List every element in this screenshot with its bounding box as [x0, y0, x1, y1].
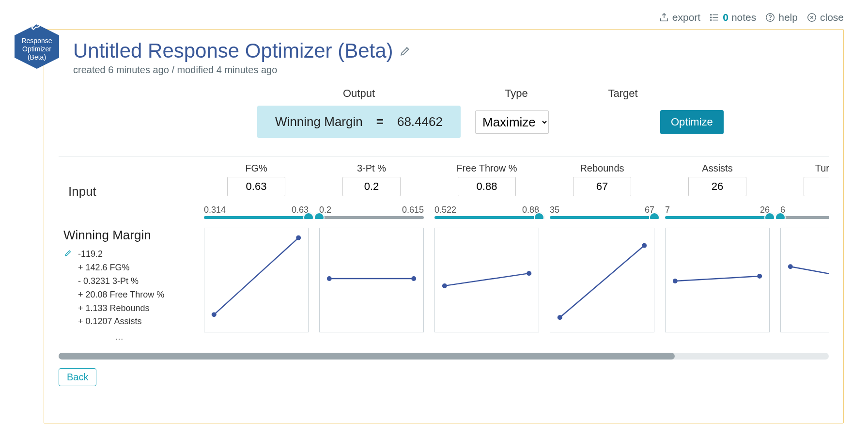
slider-track[interactable] — [319, 216, 424, 219]
back-button[interactable]: Back — [59, 368, 96, 386]
svg-line-21 — [790, 266, 829, 282]
input-value-field[interactable] — [227, 177, 285, 196]
formula-title: Winning Margin — [63, 228, 204, 243]
export-icon — [659, 12, 669, 23]
input-column: Assists726 — [665, 163, 770, 219]
output-equals: = — [376, 114, 384, 129]
module-badge: Response Optimizer (Beta) — [15, 19, 59, 69]
input-column: Free Throw %0.5220.88 — [434, 163, 539, 219]
slider-track[interactable] — [434, 216, 539, 219]
page-title: Untitled Response Optimizer (Beta) — [73, 39, 393, 63]
svg-point-22 — [788, 264, 793, 269]
main-panel: Untitled Response Optimizer (Beta) creat… — [44, 29, 844, 423]
svg-line-12 — [445, 273, 529, 286]
svg-point-20 — [757, 274, 762, 279]
svg-point-8 — [296, 235, 301, 240]
scrollbar-thumb[interactable] — [59, 353, 675, 360]
slider-track[interactable] — [665, 216, 770, 219]
notes-button[interactable]: 0 notes — [709, 12, 756, 23]
slider-min-label: 0.522 — [434, 205, 456, 215]
slider-thumb[interactable] — [534, 212, 544, 219]
svg-point-17 — [642, 243, 647, 248]
slider-min-label: 0.314 — [204, 205, 226, 215]
mini-chart — [780, 228, 829, 332]
input-name: FG% — [245, 163, 267, 174]
edit-title-icon[interactable] — [399, 45, 412, 57]
formula-ellipsis: … — [78, 330, 160, 344]
wrench-icon — [30, 19, 44, 33]
slider-thumb[interactable] — [764, 212, 775, 219]
svg-point-10 — [327, 276, 332, 281]
input-column: FG%0.3140.63 — [204, 163, 309, 219]
svg-point-0 — [711, 15, 712, 16]
input-column: Rebounds3567 — [550, 163, 654, 219]
mini-chart — [550, 228, 654, 332]
slider-track[interactable] — [550, 216, 654, 219]
notes-label: notes — [731, 12, 756, 23]
output-name: Winning Margin — [275, 114, 363, 129]
input-name: Assists — [702, 163, 732, 174]
mini-chart — [665, 228, 770, 332]
timestamp-subtitle: created 6 minutes ago / modified 4 minut… — [73, 64, 829, 76]
svg-point-4 — [770, 19, 771, 20]
formula-expression: -119.2 + 142.6 FG% - 0.3231 3-Pt % + 20.… — [78, 248, 164, 328]
mini-chart — [319, 228, 424, 332]
badge-line3: (Beta) — [15, 53, 59, 62]
slider-thumb[interactable] — [649, 212, 660, 219]
horizontal-scrollbar[interactable] — [59, 353, 829, 360]
input-name: Free Throw % — [456, 163, 517, 174]
notes-count: 0 — [723, 12, 728, 23]
badge-line2: Optimizer — [15, 45, 59, 53]
svg-point-11 — [411, 276, 416, 281]
svg-point-13 — [442, 283, 447, 288]
svg-line-15 — [560, 246, 644, 318]
close-label: close — [820, 12, 844, 23]
list-icon — [709, 12, 720, 23]
slider-track[interactable] — [780, 216, 829, 219]
svg-point-19 — [673, 279, 678, 283]
output-display: Winning Margin = 68.4462 — [257, 106, 461, 138]
input-value-field[interactable] — [342, 177, 401, 196]
section-divider — [59, 156, 829, 157]
type-section-label: Type — [470, 87, 562, 100]
close-button[interactable]: close — [806, 12, 844, 23]
export-label: export — [672, 12, 700, 23]
input-value-field[interactable] — [688, 177, 746, 196]
input-column: 3-Pt %0.20.615 — [319, 163, 424, 219]
svg-line-6 — [214, 238, 298, 315]
slider-max-label: 0.615 — [402, 205, 424, 215]
input-name: 3-Pt % — [357, 163, 386, 174]
slider-min-label: 35 — [550, 205, 559, 215]
input-value-field[interactable] — [458, 177, 516, 196]
type-select[interactable]: Maximize — [475, 110, 549, 134]
svg-point-1 — [711, 17, 712, 18]
input-value-field[interactable] — [573, 177, 631, 196]
mini-chart — [434, 228, 539, 332]
help-icon — [765, 12, 775, 23]
export-button[interactable]: export — [659, 12, 700, 23]
input-name: Turnove — [815, 163, 829, 174]
svg-line-18 — [675, 276, 760, 281]
badge-line1: Response — [15, 37, 59, 45]
output-value: 68.4462 — [397, 114, 443, 129]
slider-min-label: 7 — [665, 205, 670, 215]
help-button[interactable]: help — [765, 12, 798, 23]
edit-formula-icon[interactable] — [63, 248, 73, 257]
help-label: help — [778, 12, 798, 23]
svg-point-7 — [212, 312, 217, 317]
svg-point-14 — [527, 271, 531, 276]
optimize-button[interactable]: Optimize — [660, 110, 724, 134]
input-value-field[interactable] — [804, 177, 829, 196]
close-icon — [806, 12, 817, 23]
svg-point-16 — [558, 315, 562, 320]
target-section-label: Target — [582, 87, 664, 100]
input-section-label: Input — [59, 163, 151, 199]
mini-chart — [204, 228, 309, 332]
slider-thumb[interactable] — [303, 212, 314, 219]
output-section-label: Output — [257, 87, 461, 100]
svg-point-2 — [711, 20, 712, 21]
input-column: Turnove6 — [780, 163, 829, 219]
input-name: Rebounds — [580, 163, 624, 174]
slider-track[interactable] — [204, 216, 309, 219]
